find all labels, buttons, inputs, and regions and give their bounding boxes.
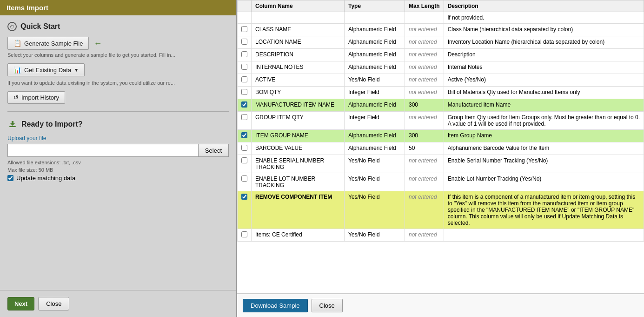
row-name-cell: BARCODE VALUE	[252, 142, 345, 155]
row-type-cell: Alphanumeric Field	[345, 24, 405, 36]
row-check-cell	[238, 191, 252, 229]
download-sample-button[interactable]: Download Sample	[243, 299, 308, 312]
table-row: ENABLE LOT NUMBER TRACKINGYes/No Fieldno…	[238, 173, 644, 191]
row-desc-cell: Enable Lot Number Tracking (Yes/No)	[444, 173, 644, 191]
left-panel: Items Import ⏱ Quick Start 📋 Generate Sa…	[0, 0, 237, 317]
row-type-cell: Alphanumeric Field	[345, 130, 405, 142]
row-checkbox[interactable]	[241, 114, 247, 120]
update-matching-checkbox[interactable]	[7, 175, 13, 181]
row-checkbox[interactable]	[241, 194, 247, 200]
row-name-cell: MANUFACTURED ITEM NAME	[252, 99, 345, 112]
footer-close-label: Close	[319, 302, 335, 309]
file-extensions-info: Allowed file extensions: .txt, .csv	[7, 160, 229, 165]
row-maxlen-cell: 50	[405, 142, 444, 155]
row-checkbox[interactable]	[241, 51, 247, 57]
row-checkbox[interactable]	[241, 89, 247, 95]
table-row: BOM QTYInteger Fieldnot enteredBill of M…	[238, 87, 644, 99]
divider	[7, 111, 229, 112]
clock-icon: ⏱	[7, 22, 17, 31]
row-desc-cell	[444, 229, 644, 242]
row-maxlen-cell: not entered	[405, 74, 444, 87]
row-name-cell: BOM QTY	[252, 87, 345, 99]
row-check-cell	[238, 49, 252, 61]
table-row: Items: CE CertifiedYes/No Fieldnot enter…	[238, 229, 644, 242]
import-history-label: Import History	[21, 94, 59, 101]
panel-content: ⏱ Quick Start 📋 Generate Sample File ← S…	[0, 15, 236, 290]
row-checkbox[interactable]	[241, 145, 247, 151]
row-check-cell	[238, 74, 252, 87]
generate-row: 📋 Generate Sample File ←	[7, 37, 229, 50]
close-button[interactable]: Close	[38, 297, 69, 310]
max-file-size-info: Max file size: 50 MB	[7, 167, 229, 173]
row-name-cell: ENABLE SERIAL NUMBER TRACKING	[252, 155, 345, 173]
row-type-cell: Alphanumeric Field	[345, 36, 405, 49]
row-check-cell	[238, 142, 252, 155]
footer-close-button[interactable]: Close	[312, 299, 343, 312]
row-type-cell: Yes/No Field	[345, 155, 405, 173]
select-file-button[interactable]: Select	[199, 144, 229, 157]
row-check-cell	[238, 12, 252, 24]
row-name-cell: INTERNAL NOTES	[252, 61, 345, 74]
table-row: ACTIVEYes/No Fieldnot enteredActive (Yes…	[238, 74, 644, 87]
row-name-cell	[252, 12, 345, 24]
row-check-cell	[238, 24, 252, 36]
row-maxlen-cell: not entered	[405, 229, 444, 242]
row-desc-cell: Group Item Qty used for Item Groups only…	[444, 112, 644, 130]
row-desc-cell: If this item is a component of a manufac…	[444, 191, 644, 229]
row-desc-cell: Enable Serial Number Tracking (Yes/No)	[444, 155, 644, 173]
row-desc-cell: Inventory Location Name (hierarchical da…	[444, 36, 644, 49]
table-row: INTERNAL NOTESAlphanumeric Fieldnot ente…	[238, 61, 644, 74]
row-checkbox[interactable]	[241, 76, 247, 82]
row-checkbox[interactable]	[241, 132, 247, 138]
generate-sample-button[interactable]: 📋 Generate Sample File	[7, 37, 89, 50]
table-header-2: Type	[345, 0, 405, 12]
row-maxlen-cell: not entered	[405, 191, 444, 229]
get-existing-data-button[interactable]: 📊 Get Existing Data ▼	[7, 63, 85, 76]
columns-table: Column NameTypeMax LengthDescriptionif n…	[237, 0, 644, 242]
row-check-cell	[238, 112, 252, 130]
file-upload-input[interactable]	[7, 144, 199, 157]
table-row: REMOVE COMPONENT ITEMYes/No Fieldnot ent…	[238, 191, 644, 229]
row-checkbox[interactable]	[241, 175, 247, 182]
dropdown-arrow-icon: ▼	[74, 67, 79, 73]
import-history-button[interactable]: ↺ Import History	[7, 91, 65, 104]
row-checkbox[interactable]	[241, 101, 247, 108]
table-row: ITEM GROUP NAMEAlphanumeric Field300Item…	[238, 130, 644, 142]
row-type-cell: Yes/No Field	[345, 229, 405, 242]
row-type-cell: Yes/No Field	[345, 74, 405, 87]
table-wrapper[interactable]: Column NameTypeMax LengthDescriptionif n…	[237, 0, 644, 293]
row-check-cell	[238, 130, 252, 142]
row-check-cell	[238, 99, 252, 112]
panel-title: Items Import	[0, 0, 236, 15]
row-maxlen-cell: not entered	[405, 87, 444, 99]
row-checkbox[interactable]	[241, 231, 247, 237]
row-maxlen-cell: not entered	[405, 49, 444, 61]
row-type-cell: Integer Field	[345, 112, 405, 130]
table-row: LOCATION NAMEAlphanumeric Fieldnot enter…	[238, 36, 644, 49]
row-maxlen-cell: not entered	[405, 112, 444, 130]
row-checkbox[interactable]	[241, 64, 247, 70]
row-desc-cell: Active (Yes/No)	[444, 74, 644, 87]
row-type-cell: Integer Field	[345, 87, 405, 99]
next-button[interactable]: Next	[7, 297, 34, 310]
quick-start-header: ⏱ Quick Start	[7, 22, 229, 31]
row-checkbox[interactable]	[241, 157, 247, 163]
row-checkbox[interactable]	[241, 26, 247, 32]
row-maxlen-cell: 300	[405, 99, 444, 112]
row-maxlen-cell: not entered	[405, 36, 444, 49]
row-desc-cell: Bill of Materials Qty used for Manufactu…	[444, 87, 644, 99]
upload-row: Select	[7, 144, 229, 157]
row-maxlen-cell: not entered	[405, 173, 444, 191]
row-desc-cell: if not provided.	[444, 12, 644, 24]
row-desc-cell: Class Name (hierarchical data separated …	[444, 24, 644, 36]
row-type-cell: Alphanumeric Field	[345, 99, 405, 112]
ready-header: Ready to Import?	[7, 119, 229, 129]
row-desc-cell: Manufactured Item Name	[444, 99, 644, 112]
row-maxlen-cell: not entered	[405, 61, 444, 74]
chart-icon: 📊	[13, 66, 21, 74]
row-desc-cell: Item Group Name	[444, 130, 644, 142]
table-row: CLASS NAMEAlphanumeric Fieldnot enteredC…	[238, 24, 644, 36]
row-name-cell: DESCRIPTION	[252, 49, 345, 61]
get-existing-hint: If you want to update data existing in t…	[7, 80, 229, 86]
row-checkbox[interactable]	[241, 39, 247, 45]
